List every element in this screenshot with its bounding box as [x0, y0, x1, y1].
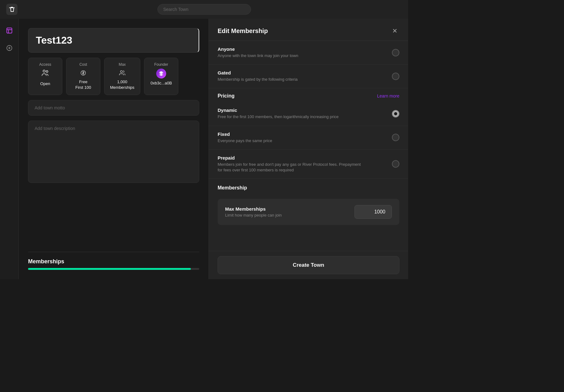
cost-value: FreeFirst 100	[75, 79, 91, 90]
max-memberships-input[interactable]	[354, 205, 392, 219]
svg-point-5	[46, 70, 48, 72]
founder-label: Founder	[154, 62, 168, 67]
dynamic-title: Dynamic	[218, 108, 392, 113]
access-option-gated[interactable]: Gated Membership is gated by the followi…	[209, 65, 408, 88]
prepaid-desc: Members join for free and don't pay any …	[218, 162, 361, 173]
fixed-radio[interactable]	[392, 134, 399, 141]
edit-membership-title: Edit Membership	[218, 27, 268, 35]
anyone-title: Anyone	[218, 46, 392, 52]
pricing-option-fixed[interactable]: Fixed Everyone pays the same price	[209, 126, 408, 150]
learn-more-link[interactable]: Learn more	[377, 93, 399, 98]
town-name-input[interactable]	[28, 28, 199, 53]
founder-avatar	[156, 69, 166, 79]
people-icon	[41, 69, 50, 79]
access-label: Access	[39, 62, 51, 67]
pricing-option-dynamic[interactable]: Dynamic Free for the first 100 members, …	[209, 102, 408, 126]
max-memberships-desc: Limit how many people can join	[225, 213, 282, 218]
prepaid-radio[interactable]	[392, 160, 399, 168]
main-layout: Access Open Cost	[0, 19, 408, 279]
search-bar[interactable]: Search Town	[157, 4, 251, 15]
sidebar	[0, 19, 19, 279]
town-description-field[interactable]: Add town description	[28, 121, 199, 183]
memberships-label: Memberships	[28, 258, 199, 265]
anyone-radio[interactable]	[392, 49, 399, 56]
membership-section: Max Memberships Limit how many people ca…	[209, 194, 408, 230]
close-button[interactable]: ✕	[390, 26, 399, 36]
cost-stat-card: Cost FreeFirst 100	[66, 58, 100, 95]
fixed-desc: Everyone pays the same price	[218, 138, 361, 144]
access-stat-card: Access Open	[28, 58, 62, 95]
progress-bar-fill	[28, 268, 191, 270]
content-row: Access Open Cost	[19, 19, 408, 279]
membership-section-title: Membership	[218, 185, 247, 191]
motto-placeholder: Add town motto	[35, 105, 65, 110]
sidebar-inbox-icon[interactable]	[4, 25, 15, 36]
max-label: Max	[119, 62, 126, 67]
town-motto-field[interactable]: Add town motto	[28, 100, 199, 116]
anyone-desc: Anyone with the town link may join your …	[218, 53, 361, 59]
svg-point-7	[120, 71, 123, 73]
dynamic-radio[interactable]	[392, 110, 399, 117]
max-stat-card: Max 1,000Memberships	[104, 58, 140, 95]
max-memberships-card: Max Memberships Limit how many people ca…	[218, 199, 399, 225]
founder-value: 0xb3c...a0B	[151, 80, 172, 86]
svg-rect-0	[7, 28, 12, 33]
gated-radio[interactable]	[392, 73, 399, 80]
dynamic-desc: Free for the first 100 members, then log…	[218, 114, 361, 120]
cost-label: Cost	[80, 62, 87, 67]
svg-point-4	[43, 70, 45, 72]
fixed-title: Fixed	[218, 131, 392, 137]
stats-row: Access Open Cost	[28, 58, 199, 95]
founder-stat-card: Founder 0xb3c...a0B	[144, 58, 178, 95]
spacer	[209, 230, 408, 251]
create-town-button[interactable]: Create Town	[218, 256, 399, 274]
gated-desc: Membership is gated by the following cri…	[218, 77, 361, 82]
top-bar: Search Town	[0, 0, 408, 19]
edit-membership-header: Edit Membership ✕	[209, 19, 408, 41]
sidebar-add-icon[interactable]	[4, 42, 15, 54]
pricing-section-header: Pricing Learn more	[209, 88, 408, 102]
max-memberships-title: Max Memberships	[225, 206, 282, 212]
gated-title: Gated	[218, 70, 392, 75]
max-value: 1,000Memberships	[110, 79, 134, 90]
left-panel: Access Open Cost	[19, 19, 209, 279]
access-value: Open	[40, 81, 50, 87]
memberships-section: Memberships	[28, 252, 199, 270]
pricing-option-prepaid[interactable]: Prepaid Members join for free and don't …	[209, 150, 408, 179]
progress-bar-bg	[28, 268, 199, 270]
create-town-section: Create Town	[209, 251, 408, 279]
right-panel: Edit Membership ✕ Anyone Anyone with the…	[209, 19, 408, 279]
prepaid-title: Prepaid	[218, 155, 392, 160]
access-option-anyone[interactable]: Anyone Anyone with the town link may joi…	[209, 41, 408, 65]
membership-section-header: Membership	[209, 179, 408, 194]
pricing-title: Pricing	[218, 93, 234, 99]
description-placeholder: Add town description	[35, 126, 75, 131]
logo-icon	[6, 4, 17, 15]
search-placeholder: Search Town	[163, 7, 189, 12]
